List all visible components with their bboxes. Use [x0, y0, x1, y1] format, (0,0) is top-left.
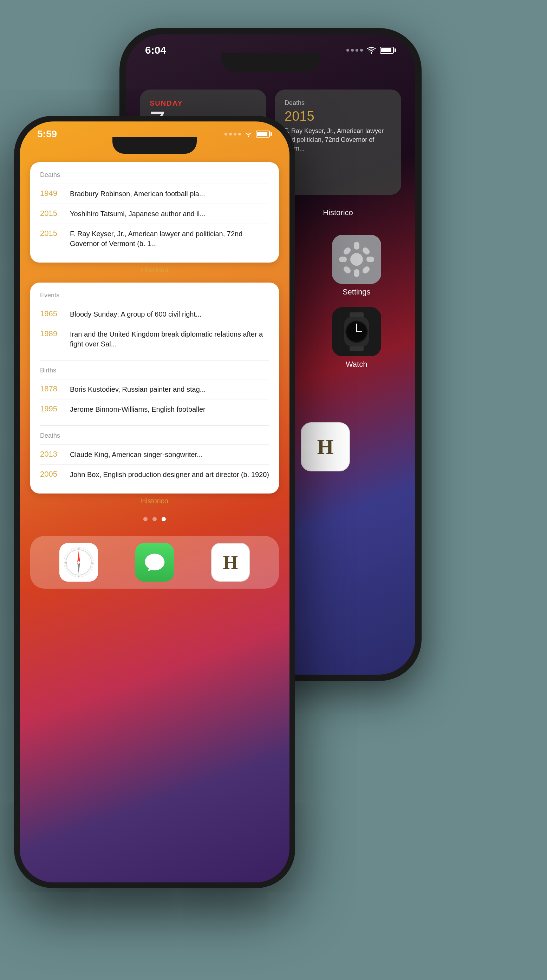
- settings-icon-back: [332, 235, 381, 284]
- year-1965: 1965: [40, 309, 63, 318]
- desc-1878: Boris Kustodiev, Russian painter and sta…: [70, 384, 206, 394]
- deaths-divider-2: [40, 425, 269, 426]
- births-section-title: Births: [40, 367, 269, 374]
- watch-icon-back: [332, 307, 381, 356]
- notch-front: [112, 137, 197, 154]
- svg-rect-7: [354, 242, 359, 250]
- year-1989: 1989: [40, 329, 63, 338]
- desc-1965: Bloody Sunday: A group of 600 civil righ…: [70, 309, 202, 319]
- time-back: 6:04: [145, 44, 166, 56]
- signal-dot-2: [351, 49, 354, 52]
- signal-dot-3: [356, 49, 358, 52]
- messages-icon-front: [135, 543, 174, 582]
- svg-rect-9: [339, 256, 347, 262]
- dock-front: N S W E H: [30, 536, 279, 589]
- svg-rect-8: [354, 269, 359, 277]
- history-row-1965: 1965 Bloody Sunday: A group of 600 civil…: [40, 304, 269, 324]
- signal-dot-f2: [229, 133, 232, 135]
- widget1-app-label: Historico: [20, 266, 289, 274]
- page-dot-f2: [153, 517, 157, 521]
- front-phone: 5:59: [14, 116, 295, 888]
- svg-point-6: [350, 253, 363, 266]
- signal-icon-front: [225, 133, 241, 135]
- status-icons-front: [225, 130, 272, 138]
- signal-dot-1: [346, 49, 349, 52]
- history-row-2015b: 2015 F. Ray Keyser, Jr., American lawyer…: [40, 224, 269, 253]
- page-dots-front: [20, 509, 289, 529]
- year-2015b: 2015: [40, 229, 63, 238]
- signal-icon-back: [346, 49, 363, 52]
- dock-historico-back[interactable]: H: [301, 422, 350, 471]
- calendar-day-back: SUNDAY: [150, 99, 257, 107]
- events-section-title: Events: [40, 292, 269, 299]
- historico-text-back: F. Ray Keyser, Jr., American lawyer and …: [285, 127, 391, 153]
- desc-1995: Jerome Binnom-Williams, English football…: [70, 404, 206, 414]
- battery-icon-front: [256, 130, 272, 138]
- status-icons-back: [346, 47, 396, 54]
- signal-dot-f4: [238, 133, 241, 135]
- desc-2015b: F. Ray Keyser, Jr., American lawyer and …: [70, 229, 269, 248]
- svg-rect-27: [349, 312, 364, 318]
- year-2015a: 2015: [40, 209, 63, 218]
- year-1878: 1878: [40, 384, 63, 393]
- svg-rect-28: [349, 346, 364, 351]
- history-row-2013: 2013 Claude King, American singer-songwr…: [40, 444, 269, 465]
- historico-icon-front: H: [211, 543, 250, 582]
- wifi-icon-back: [367, 47, 376, 54]
- notch-back: [221, 52, 320, 72]
- year-1949: 1949: [40, 189, 63, 198]
- historico-year-back: 2015: [285, 109, 391, 124]
- deaths-section-title-1: Deaths: [40, 171, 269, 179]
- wifi-icon-front: [244, 131, 253, 137]
- front-phone-screen: 5:59: [20, 121, 289, 883]
- history-row-1878: 1878 Boris Kustodiev, Russian painter an…: [40, 379, 269, 399]
- history-row-2015a: 2015 Yoshihiro Tatsumi, Japanese author …: [40, 204, 269, 224]
- safari-icon-front: N S W E: [59, 543, 98, 582]
- history-row-2005: 2005 John Box, English production design…: [40, 465, 269, 484]
- signal-dot-f1: [225, 133, 227, 135]
- svg-text:E: E: [91, 561, 93, 565]
- svg-text:N: N: [78, 547, 80, 550]
- history-row-1989: 1989 Iran and the United Kingdom break d…: [40, 324, 269, 354]
- historico-icon-back: H: [301, 422, 350, 471]
- signal-dot-f3: [234, 133, 236, 135]
- historico-small-label-back: Deaths: [285, 99, 391, 107]
- page-dot-f3: [162, 517, 166, 521]
- desc-2015a: Yoshihiro Tatsumi, Japanese author and i…: [70, 209, 206, 219]
- history-row-1995: 1995 Jerome Binnom-Williams, English foo…: [40, 399, 269, 419]
- year-2013: 2013: [40, 450, 63, 459]
- year-1995: 1995: [40, 404, 63, 414]
- history-row-1949: 1949 Bradbury Robinson, American footbal…: [40, 184, 269, 204]
- widget2-app-label: Historico: [20, 497, 289, 505]
- battery-icon-back: [380, 47, 396, 54]
- births-divider: [40, 360, 269, 361]
- desc-1989: Iran and the United Kingdom break diplom…: [70, 329, 269, 349]
- dock-safari-front[interactable]: N S W E: [59, 543, 98, 582]
- watch-label-back: Watch: [346, 360, 367, 369]
- dock-messages-front[interactable]: [135, 543, 174, 582]
- dock-historico-front[interactable]: H: [211, 543, 250, 582]
- time-front: 5:59: [37, 129, 57, 140]
- page-dot-f1: [144, 517, 148, 521]
- historico-widget-1-front[interactable]: Deaths 1949 Bradbury Robinson, American …: [30, 162, 279, 262]
- desc-2013: Claude King, American singer-songwriter.…: [70, 450, 203, 460]
- svg-text:S: S: [78, 574, 80, 578]
- app-item-settings-back[interactable]: Settings: [319, 235, 394, 297]
- deaths-section-title-2: Deaths: [40, 432, 269, 439]
- signal-dot-4: [360, 49, 363, 52]
- svg-rect-10: [367, 256, 374, 262]
- app-item-watch-back[interactable]: Watch: [319, 307, 394, 369]
- historico-widget-2-front[interactable]: Events 1965 Bloody Sunday: A group of 60…: [30, 283, 279, 493]
- desc-1949: Bradbury Robinson, American football pla…: [70, 189, 205, 199]
- settings-label-back: Settings: [343, 288, 371, 297]
- year-2005: 2005: [40, 469, 63, 479]
- svg-text:W: W: [64, 561, 67, 565]
- desc-2005: John Box, English production designer an…: [70, 469, 269, 479]
